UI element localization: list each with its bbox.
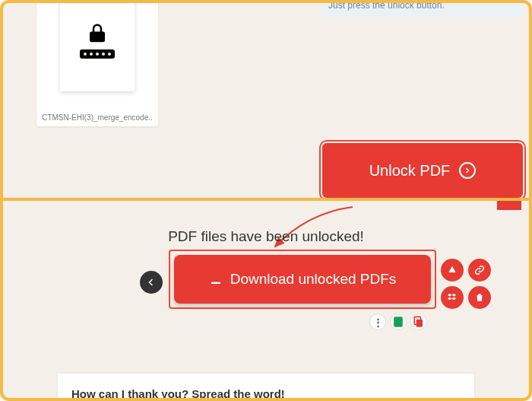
trash-icon <box>474 292 485 303</box>
sheet-button[interactable] <box>390 313 407 330</box>
download-icon <box>209 272 223 286</box>
lock-icon <box>80 21 115 59</box>
file-caption: CTMSN-EHI(3)_merge_encode.. <box>36 113 158 122</box>
thank-you-text: How can I thank you? Spread the word! <box>71 387 285 400</box>
password-dots <box>80 49 115 59</box>
more-icon: ⋮ <box>373 317 383 328</box>
result-panel: PDF files have been unlocked! Download u… <box>3 201 529 398</box>
copy-button[interactable] <box>410 313 427 330</box>
google-drive-button[interactable] <box>441 259 464 282</box>
info-banner: Just press the unlock button. <box>321 0 523 17</box>
delete-button[interactable] <box>468 286 491 309</box>
link-icon <box>474 265 485 275</box>
svg-rect-1 <box>416 320 423 327</box>
upload-panel: CTMSN-EHI(3)_merge_encode.. Just press t… <box>3 3 529 198</box>
share-row <box>441 259 491 309</box>
file-card[interactable]: CTMSN-EHI(3)_merge_encode.. <box>36 0 158 126</box>
google-drive-icon <box>447 265 458 275</box>
svg-rect-0 <box>394 317 403 326</box>
download-label: Download unlocked PDFs <box>230 271 397 288</box>
more-options-button[interactable]: ⋮ <box>369 313 386 330</box>
secondary-actions: ⋮ <box>369 313 427 330</box>
copy-link-button[interactable] <box>468 259 491 282</box>
download-highlight-frame: Download unlocked PDFs <box>169 250 436 309</box>
copy-icon <box>411 314 426 329</box>
back-icon <box>147 278 156 287</box>
back-button[interactable] <box>140 271 163 294</box>
thank-you-card: How can I thank you? Spread the word! <box>58 374 474 401</box>
sheet-icon <box>391 314 406 329</box>
success-heading: PDF files have been unlocked! <box>3 228 529 245</box>
arrow-right-icon <box>459 162 476 179</box>
file-thumbnail <box>60 0 135 91</box>
unlock-pdf-button[interactable]: Unlock PDF <box>322 143 523 198</box>
dropbox-button[interactable] <box>441 286 464 309</box>
dropbox-icon <box>447 292 458 303</box>
accent-strip <box>497 201 521 210</box>
download-unlocked-button[interactable]: Download unlocked PDFs <box>174 255 431 304</box>
unlock-pdf-label: Unlock PDF <box>369 162 451 180</box>
